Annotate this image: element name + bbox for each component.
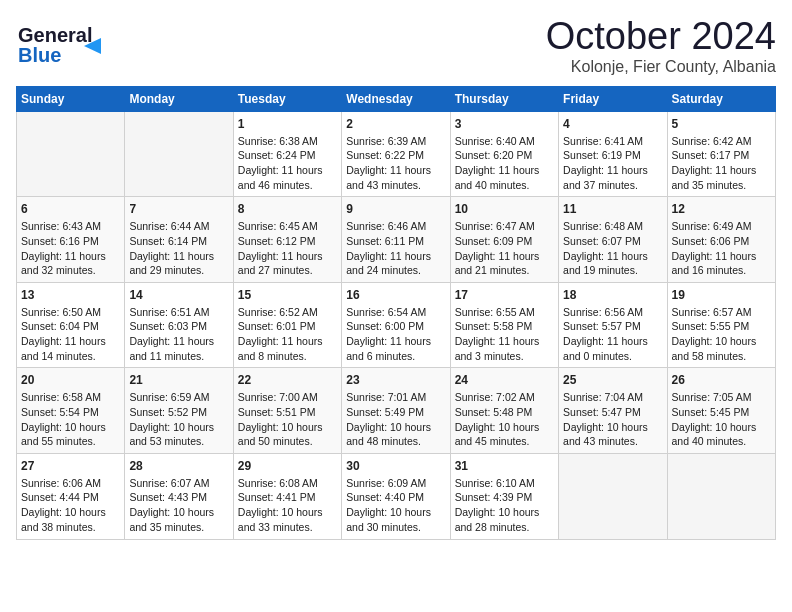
sunrise-label: Sunrise: 6:59 AM (129, 391, 209, 403)
sunset-label: Sunset: 4:44 PM (21, 491, 99, 503)
sunset-label: Sunset: 4:40 PM (346, 491, 424, 503)
calendar-week-row: 13Sunrise: 6:50 AMSunset: 6:04 PMDayligh… (17, 282, 776, 368)
day-number: 20 (21, 372, 120, 389)
daylight-label: Daylight: 11 hours and 46 minutes. (238, 164, 323, 191)
calendar-cell (559, 453, 667, 539)
sunset-label: Sunset: 5:48 PM (455, 406, 533, 418)
sunrise-label: Sunrise: 6:54 AM (346, 306, 426, 318)
sunset-label: Sunset: 5:51 PM (238, 406, 316, 418)
calendar-week-row: 20Sunrise: 6:58 AMSunset: 5:54 PMDayligh… (17, 368, 776, 454)
sunrise-label: Sunrise: 6:52 AM (238, 306, 318, 318)
sunrise-label: Sunrise: 6:48 AM (563, 220, 643, 232)
calendar-cell: 11Sunrise: 6:48 AMSunset: 6:07 PMDayligh… (559, 197, 667, 283)
calendar-cell: 5Sunrise: 6:42 AMSunset: 6:17 PMDaylight… (667, 111, 775, 197)
page-header: General Blue October 2024 Kolonje, Fier … (16, 16, 776, 76)
calendar-cell: 3Sunrise: 6:40 AMSunset: 6:20 PMDaylight… (450, 111, 558, 197)
svg-text:Blue: Blue (18, 44, 61, 66)
daylight-label: Daylight: 10 hours and 33 minutes. (238, 506, 323, 533)
day-number: 25 (563, 372, 662, 389)
calendar-cell: 26Sunrise: 7:05 AMSunset: 5:45 PMDayligh… (667, 368, 775, 454)
sunrise-label: Sunrise: 6:56 AM (563, 306, 643, 318)
calendar-cell: 29Sunrise: 6:08 AMSunset: 4:41 PMDayligh… (233, 453, 341, 539)
sunrise-label: Sunrise: 6:46 AM (346, 220, 426, 232)
calendar-cell: 16Sunrise: 6:54 AMSunset: 6:00 PMDayligh… (342, 282, 450, 368)
daylight-label: Daylight: 11 hours and 8 minutes. (238, 335, 323, 362)
calendar-cell: 27Sunrise: 6:06 AMSunset: 4:44 PMDayligh… (17, 453, 125, 539)
page-title: October 2024 (546, 16, 776, 58)
calendar-cell: 2Sunrise: 6:39 AMSunset: 6:22 PMDaylight… (342, 111, 450, 197)
daylight-label: Daylight: 10 hours and 48 minutes. (346, 421, 431, 448)
sunrise-label: Sunrise: 6:50 AM (21, 306, 101, 318)
sunset-label: Sunset: 5:52 PM (129, 406, 207, 418)
day-number: 3 (455, 116, 554, 133)
calendar-cell: 22Sunrise: 7:00 AMSunset: 5:51 PMDayligh… (233, 368, 341, 454)
calendar-cell (667, 453, 775, 539)
sunrise-label: Sunrise: 6:10 AM (455, 477, 535, 489)
sunset-label: Sunset: 6:12 PM (238, 235, 316, 247)
daylight-label: Daylight: 10 hours and 40 minutes. (672, 421, 757, 448)
daylight-label: Daylight: 10 hours and 45 minutes. (455, 421, 540, 448)
daylight-label: Daylight: 11 hours and 32 minutes. (21, 250, 106, 277)
calendar-cell: 4Sunrise: 6:41 AMSunset: 6:19 PMDaylight… (559, 111, 667, 197)
calendar-cell: 12Sunrise: 6:49 AMSunset: 6:06 PMDayligh… (667, 197, 775, 283)
calendar-table: SundayMondayTuesdayWednesdayThursdayFrid… (16, 86, 776, 540)
page-subtitle: Kolonje, Fier County, Albania (546, 58, 776, 76)
calendar-week-row: 27Sunrise: 6:06 AMSunset: 4:44 PMDayligh… (17, 453, 776, 539)
sunrise-label: Sunrise: 6:42 AM (672, 135, 752, 147)
daylight-label: Daylight: 11 hours and 0 minutes. (563, 335, 648, 362)
sunrise-label: Sunrise: 6:55 AM (455, 306, 535, 318)
day-number: 17 (455, 287, 554, 304)
calendar-cell: 13Sunrise: 6:50 AMSunset: 6:04 PMDayligh… (17, 282, 125, 368)
day-number: 30 (346, 458, 445, 475)
sunset-label: Sunset: 5:57 PM (563, 320, 641, 332)
sunset-label: Sunset: 6:09 PM (455, 235, 533, 247)
day-number: 6 (21, 201, 120, 218)
logo: General Blue (16, 16, 106, 71)
day-number: 27 (21, 458, 120, 475)
daylight-label: Daylight: 11 hours and 14 minutes. (21, 335, 106, 362)
day-number: 2 (346, 116, 445, 133)
daylight-label: Daylight: 10 hours and 30 minutes. (346, 506, 431, 533)
day-number: 12 (672, 201, 771, 218)
sunset-label: Sunset: 5:54 PM (21, 406, 99, 418)
daylight-label: Daylight: 11 hours and 3 minutes. (455, 335, 540, 362)
day-number: 23 (346, 372, 445, 389)
weekday-header: Tuesday (233, 86, 341, 111)
day-number: 28 (129, 458, 228, 475)
sunrise-label: Sunrise: 7:05 AM (672, 391, 752, 403)
daylight-label: Daylight: 11 hours and 11 minutes. (129, 335, 214, 362)
sunset-label: Sunset: 6:03 PM (129, 320, 207, 332)
sunrise-label: Sunrise: 7:00 AM (238, 391, 318, 403)
sunset-label: Sunset: 6:20 PM (455, 149, 533, 161)
sunset-label: Sunset: 6:07 PM (563, 235, 641, 247)
day-number: 15 (238, 287, 337, 304)
day-number: 11 (563, 201, 662, 218)
sunrise-label: Sunrise: 6:44 AM (129, 220, 209, 232)
sunset-label: Sunset: 6:22 PM (346, 149, 424, 161)
calendar-cell: 30Sunrise: 6:09 AMSunset: 4:40 PMDayligh… (342, 453, 450, 539)
daylight-label: Daylight: 11 hours and 40 minutes. (455, 164, 540, 191)
day-number: 24 (455, 372, 554, 389)
calendar-cell: 10Sunrise: 6:47 AMSunset: 6:09 PMDayligh… (450, 197, 558, 283)
daylight-label: Daylight: 11 hours and 35 minutes. (672, 164, 757, 191)
daylight-label: Daylight: 10 hours and 35 minutes. (129, 506, 214, 533)
day-number: 26 (672, 372, 771, 389)
calendar-cell: 18Sunrise: 6:56 AMSunset: 5:57 PMDayligh… (559, 282, 667, 368)
day-number: 22 (238, 372, 337, 389)
day-number: 7 (129, 201, 228, 218)
sunrise-label: Sunrise: 7:02 AM (455, 391, 535, 403)
sunset-label: Sunset: 6:17 PM (672, 149, 750, 161)
sunset-label: Sunset: 5:45 PM (672, 406, 750, 418)
sunset-label: Sunset: 5:47 PM (563, 406, 641, 418)
sunrise-label: Sunrise: 7:04 AM (563, 391, 643, 403)
title-block: October 2024 Kolonje, Fier County, Alban… (546, 16, 776, 76)
sunset-label: Sunset: 6:06 PM (672, 235, 750, 247)
daylight-label: Daylight: 11 hours and 24 minutes. (346, 250, 431, 277)
day-number: 1 (238, 116, 337, 133)
calendar-cell: 6Sunrise: 6:43 AMSunset: 6:16 PMDaylight… (17, 197, 125, 283)
sunrise-label: Sunrise: 6:49 AM (672, 220, 752, 232)
sunrise-label: Sunrise: 6:38 AM (238, 135, 318, 147)
sunrise-label: Sunrise: 6:45 AM (238, 220, 318, 232)
calendar-cell: 7Sunrise: 6:44 AMSunset: 6:14 PMDaylight… (125, 197, 233, 283)
calendar-cell: 19Sunrise: 6:57 AMSunset: 5:55 PMDayligh… (667, 282, 775, 368)
